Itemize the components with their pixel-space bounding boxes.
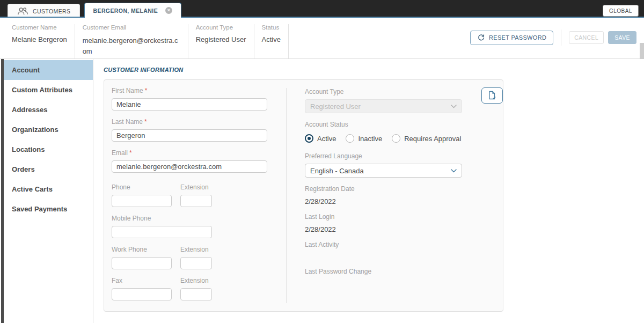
required-marker: * — [144, 118, 147, 126]
radio-requires-approval-label: Requires Approval — [404, 135, 461, 143]
registration-date-label: Registration Date — [305, 185, 495, 193]
summary-customer-name-value: Melanie Bergeron — [12, 35, 67, 43]
email-label: Email* — [112, 149, 279, 157]
contact-form-column: First Name* Last Name* Email* Phone — [104, 80, 286, 311]
first-name-field[interactable] — [112, 98, 267, 111]
body: Account Custom Attributes Addresses Orga… — [0, 59, 644, 323]
fax-field[interactable] — [112, 288, 172, 300]
tab-bergeron-melanie-label: BERGERON, MELANIE — [93, 8, 158, 14]
radio-selected-icon — [305, 134, 313, 143]
last-password-change-group: Last Password Change — [305, 268, 495, 275]
radio-unselected-icon — [392, 134, 400, 143]
email-field[interactable] — [112, 160, 267, 173]
phone-extension-field[interactable] — [180, 195, 212, 207]
summary-status-label: Status — [262, 24, 281, 31]
summary-customer-name: Customer Name Melanie Bergeron — [12, 24, 75, 58]
account-settings-column: Account Type Registered User Account Sta… — [286, 88, 503, 303]
customer-information-panel: First Name* Last Name* Email* Phone — [104, 79, 503, 312]
last-name-label: Last Name* — [112, 118, 279, 126]
summary-status-value: Active — [262, 35, 281, 43]
registration-date-value: 2/28/2022 — [305, 197, 495, 205]
save-button[interactable]: SAVE — [608, 31, 636, 44]
fax-extension-field[interactable] — [180, 288, 212, 300]
account-type-value: Registered User — [310, 102, 361, 111]
sidebar-item-custom-attributes[interactable]: Custom Attributes — [4, 80, 93, 100]
global-button[interactable]: GLOBAL — [603, 5, 639, 17]
radio-active-label: Active — [317, 135, 336, 143]
sidebar-item-locations[interactable]: Locations — [4, 140, 93, 159]
cancel-button[interactable]: CANCEL — [569, 31, 604, 44]
account-status-group: Account Status Active Inactive — [305, 121, 495, 143]
sidebar-item-addresses[interactable]: Addresses — [4, 100, 93, 120]
refresh-icon — [477, 34, 485, 42]
radio-inactive-label: Inactive — [358, 135, 382, 143]
summary-customer-email-value: melanie.bergeron@orckestra.com — [83, 35, 180, 57]
last-login-group: Last Login 2/28/2022 — [305, 213, 495, 233]
phone-extension-label: Extension — [180, 183, 209, 191]
tab-customers[interactable]: CUSTOMERS — [8, 4, 80, 18]
work-phone-field[interactable] — [112, 257, 172, 269]
sidebar-nav: Account Custom Attributes Addresses Orga… — [0, 59, 93, 323]
last-name-field[interactable] — [112, 129, 267, 142]
phone-label: Phone — [112, 183, 172, 191]
reset-password-button[interactable]: RESET PASSWORD — [470, 31, 553, 45]
last-password-change-label: Last Password Change — [305, 268, 495, 275]
last-name-group: Last Name* — [112, 118, 279, 142]
required-marker: * — [129, 149, 132, 157]
account-type-label: Account Type — [305, 88, 495, 96]
radio-inactive[interactable]: Inactive — [346, 134, 382, 143]
sidebar-item-saved-payments[interactable]: Saved Payments — [4, 199, 93, 219]
edit-document-icon — [487, 91, 497, 100]
mobile-phone-group: Mobile Phone — [112, 215, 279, 238]
summary-customer-name-label: Customer Name — [12, 24, 67, 31]
phone-group: Phone Extension — [112, 183, 279, 207]
tab-bar: CUSTOMERS BERGERON, MELANIE × GLOBAL — [0, 0, 644, 18]
preferred-language-group: Preferred Language English - Canada — [305, 152, 495, 178]
account-type-group: Account Type Registered User — [305, 88, 495, 113]
fax-group: Fax Extension — [112, 277, 279, 300]
work-extension-field[interactable] — [180, 257, 212, 269]
mobile-phone-label: Mobile Phone — [112, 215, 279, 222]
last-activity-label: Last Activity — [305, 241, 495, 248]
radio-requires-approval[interactable]: Requires Approval — [392, 134, 461, 143]
customer-summary-header: Customer Name Melanie Bergeron Customer … — [0, 18, 644, 59]
radio-active[interactable]: Active — [305, 134, 336, 143]
customer-management-window: CUSTOMERS BERGERON, MELANIE × GLOBAL Cus… — [0, 0, 644, 323]
summary-status: Status Active — [262, 24, 289, 58]
section-title: CUSTOMER INFORMATION — [104, 67, 644, 73]
first-name-group: First Name* — [112, 87, 279, 111]
last-login-label: Last Login — [305, 213, 495, 221]
email-group: Email* — [112, 149, 279, 173]
work-phone-label: Work Phone — [112, 246, 172, 253]
tab-bergeron-melanie[interactable]: BERGERON, MELANIE × — [84, 3, 182, 18]
summary-account-type-value: Registered User — [196, 35, 246, 43]
account-status-radio-group: Active Inactive Requires Approval — [305, 134, 495, 143]
fax-extension-label: Extension — [180, 277, 209, 284]
sidebar-item-account[interactable]: Account — [4, 60, 93, 80]
preferred-language-select[interactable]: English - Canada — [305, 164, 462, 178]
registration-date-group: Registration Date 2/28/2022 — [305, 185, 495, 205]
summary-account-type: Account Type Registered User — [196, 24, 254, 58]
last-activity-group: Last Activity — [305, 241, 495, 248]
preferred-language-label: Preferred Language — [305, 152, 495, 160]
last-login-value: 2/28/2022 — [305, 225, 495, 233]
sidebar-item-orders[interactable]: Orders — [4, 159, 93, 179]
phone-field[interactable] — [112, 195, 172, 207]
fax-label: Fax — [112, 277, 172, 284]
close-tab-icon[interactable]: × — [165, 7, 172, 14]
customers-people-icon — [17, 7, 28, 15]
sidebar-item-active-carts[interactable]: Active Carts — [4, 179, 93, 199]
left-edge-bar — [1, 59, 4, 323]
account-type-select: Registered User — [305, 99, 462, 113]
mobile-phone-field[interactable] — [112, 226, 212, 238]
radio-unselected-icon — [346, 134, 354, 143]
chevron-down-icon — [451, 105, 457, 108]
chevron-down-icon — [451, 169, 457, 173]
reset-password-label: RESET PASSWORD — [489, 34, 546, 41]
header-actions: RESET PASSWORD CANCEL SAVE — [470, 30, 636, 46]
account-tab-content: CUSTOMER INFORMATION First Name* Last Na… — [93, 59, 644, 323]
sidebar-item-organizations[interactable]: Organizations — [4, 120, 93, 140]
edit-customer-button[interactable] — [481, 87, 503, 104]
header-actions-divider — [561, 30, 561, 46]
tab-customers-label: CUSTOMERS — [33, 8, 71, 14]
